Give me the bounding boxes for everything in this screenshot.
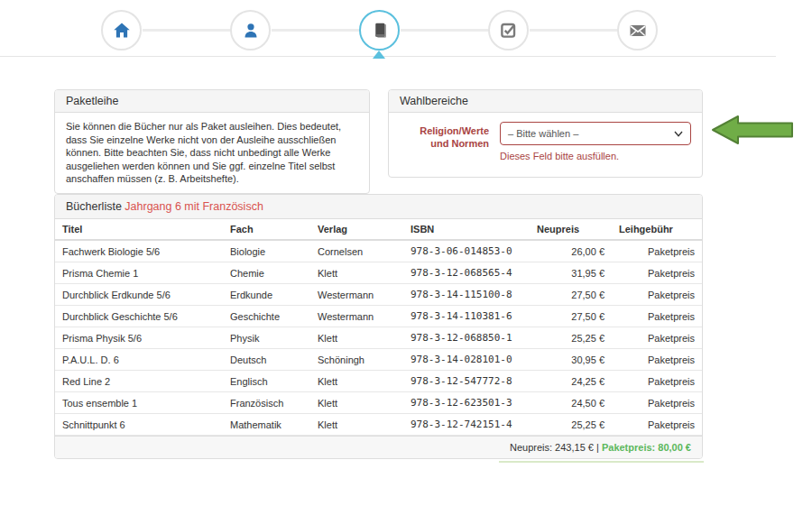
page: Paketleihe Sie können die Bücher nur als…	[0, 0, 812, 506]
stepper-step-mail[interactable]	[617, 10, 658, 51]
stepper-connector	[401, 29, 489, 32]
religion-select[interactable]: – Bitte wählen –	[500, 122, 691, 145]
stepper-connector	[143, 29, 230, 32]
buecherliste-title-highlight: Jahrgang 6 mit Französisch	[125, 200, 263, 213]
books-totals: Neupreis: 243,15 € | Paketpreis: 80,00 €	[55, 436, 702, 458]
stepper-connector	[530, 29, 618, 32]
cell-isbn: 978-3-12-623501-3	[403, 392, 530, 414]
cell-verlag: Westermann	[310, 284, 403, 306]
paketleihe-title: Paketleihe	[55, 90, 369, 113]
cell-isbn: 978-3-12-742151-4	[403, 414, 530, 436]
cell-titel: Prisma Physik 5/6	[55, 327, 223, 349]
wizard-stepper	[0, 0, 812, 56]
book-icon	[371, 22, 389, 40]
cell-fach: Französisch	[223, 392, 310, 414]
table-row: P.A.U.L. D. 6 Deutsch Schöningh 978-3-14…	[55, 349, 702, 371]
cell-verlag: Westermann	[310, 306, 403, 327]
col-header-titel: Titel	[55, 219, 223, 240]
cell-leihgebuehr: Paketpreis	[612, 414, 702, 436]
table-row: Tous ensemble 1 Französisch Klett 978-3-…	[55, 392, 702, 414]
cell-titel: P.A.U.L. D. 6	[55, 349, 223, 371]
cell-neupreis: 27,50 €	[530, 284, 612, 306]
buecherliste-panel: Bücherliste Jahrgang 6 mit Französisch T…	[54, 194, 703, 459]
annotation-arrow-left-icon	[710, 113, 795, 147]
col-header-isbn: ISBN	[403, 219, 530, 240]
cell-fach: Deutsch	[223, 349, 310, 371]
cell-isbn: 978-3-14-115100-8	[403, 284, 530, 306]
cell-titel: Red Line 2	[55, 371, 223, 392]
stepper-step-books[interactable]	[359, 10, 400, 51]
cell-fach: Mathematik	[223, 414, 310, 436]
table-row: Schnittpunkt 6 Mathematik Klett 978-3-12…	[55, 414, 702, 436]
chevron-down-icon	[674, 128, 683, 139]
cell-neupreis: 27,50 €	[530, 306, 612, 327]
cell-fach: Geschichte	[223, 306, 310, 327]
cell-neupreis: 31,95 €	[530, 262, 612, 284]
cell-neupreis: 26,00 €	[530, 240, 612, 262]
cell-leihgebuehr: Paketpreis	[612, 306, 702, 327]
cell-verlag: Klett	[310, 371, 403, 392]
cell-leihgebuehr: Paketpreis	[612, 240, 702, 262]
cell-fach: Englisch	[223, 371, 310, 392]
religion-field-label: Religion/Werte und Normen	[400, 122, 489, 161]
paketleihe-text: Sie können die Bücher nur als Paket ausl…	[55, 113, 369, 193]
cell-isbn: 978-3-14-028101-0	[403, 349, 530, 371]
table-row: Durchblick Geschichte 5/6 Geschichte Wes…	[55, 306, 702, 327]
cell-titel: Schnittpunkt 6	[55, 414, 223, 436]
totals-separator: |	[594, 442, 602, 453]
wahlbereiche-panel: Wahlbereiche Religion/Werte und Normen –…	[388, 89, 703, 178]
cell-neupreis: 24,25 €	[530, 371, 612, 392]
cell-isbn: 978-3-12-068565-4	[403, 262, 530, 284]
table-row: Prisma Physik 5/6 Physik Klett 978-3-12-…	[55, 327, 702, 349]
buecherliste-title: Bücherliste Jahrgang 6 mit Französisch	[55, 195, 702, 219]
cell-titel: Tous ensemble 1	[55, 392, 223, 414]
books-table: Titel Fach Verlag ISBN Neupreis Leihgebü…	[55, 219, 702, 436]
cell-leihgebuehr: Paketpreis	[612, 392, 702, 414]
total-paketpreis: Paketpreis: 80,00 €	[602, 442, 691, 453]
cell-verlag: Klett	[310, 392, 403, 414]
table-row: Prisma Chemie 1 Chemie Klett 978-3-12-06…	[55, 262, 702, 284]
table-row: Durchblick Erdkunde 5/6 Erdkunde Westerm…	[55, 284, 702, 306]
table-row: Red Line 2 Englisch Klett 978-3-12-54777…	[55, 371, 702, 392]
cell-isbn: 978-3-06-014853-0	[403, 240, 530, 262]
cell-titel: Prisma Chemie 1	[55, 262, 223, 284]
stepper-step-confirm[interactable]	[488, 10, 529, 51]
cell-leihgebuehr: Paketpreis	[612, 327, 702, 349]
cell-verlag: Klett	[310, 327, 403, 349]
check-square-icon	[500, 22, 517, 39]
table-row: Fachwerk Biologie 5/6 Biologie Cornelsen…	[55, 240, 702, 262]
home-icon	[113, 22, 131, 40]
cell-isbn: 978-3-12-068850-1	[403, 327, 530, 349]
cell-neupreis: 25,25 €	[530, 327, 612, 349]
stepper-step-home[interactable]	[101, 10, 142, 51]
stepper-connector	[272, 29, 359, 32]
active-step-pointer	[373, 51, 385, 59]
cell-verlag: Cornelsen	[310, 240, 403, 262]
cell-leihgebuehr: Paketpreis	[612, 262, 702, 284]
books-table-header-row: Titel Fach Verlag ISBN Neupreis Leihgebü…	[55, 219, 702, 240]
stepper-divider	[0, 56, 776, 57]
total-neupreis: Neupreis: 243,15 €	[510, 442, 594, 453]
religion-select-value: – Bitte wählen –	[508, 128, 578, 139]
user-icon	[242, 22, 260, 40]
cell-fach: Biologie	[223, 240, 310, 262]
cell-titel: Durchblick Erdkunde 5/6	[55, 284, 223, 306]
books-table-body: Fachwerk Biologie 5/6 Biologie Cornelsen…	[55, 240, 702, 436]
cell-leihgebuehr: Paketpreis	[612, 371, 702, 392]
religion-validation-message: Dieses Feld bitte ausfüllen.	[500, 151, 691, 161]
cell-leihgebuehr: Paketpreis	[612, 284, 702, 306]
cell-isbn: 978-3-12-547772-8	[403, 371, 530, 392]
cell-fach: Chemie	[223, 262, 310, 284]
cell-verlag: Klett	[310, 262, 403, 284]
cell-verlag: Schöningh	[310, 349, 403, 371]
cell-verlag: Klett	[310, 414, 403, 436]
col-header-verlag: Verlag	[310, 219, 403, 240]
stepper-step-user[interactable]	[230, 10, 271, 51]
cell-isbn: 978-3-14-110381-6	[403, 306, 530, 327]
col-header-neupreis: Neupreis	[530, 219, 612, 240]
wahlbereiche-title: Wahlbereiche	[389, 90, 702, 113]
buecherliste-title-prefix: Bücherliste	[66, 200, 125, 213]
cell-neupreis: 30,95 €	[530, 349, 612, 371]
envelope-icon	[629, 22, 647, 40]
cell-titel: Fachwerk Biologie 5/6	[55, 240, 223, 262]
